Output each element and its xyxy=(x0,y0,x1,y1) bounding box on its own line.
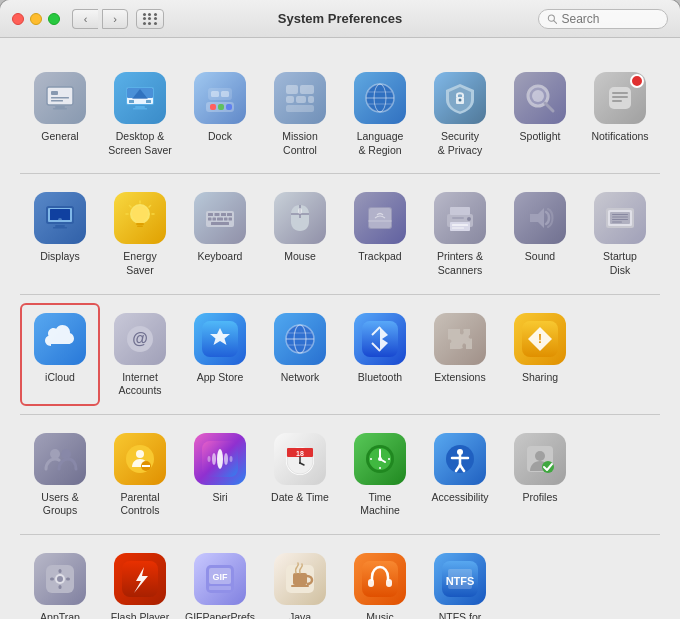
flash-icon xyxy=(114,553,166,605)
pref-flash[interactable]: Flash Player xyxy=(100,543,180,619)
pref-datetime[interactable]: 18 Date & Time xyxy=(260,423,340,526)
section-personal: General xyxy=(20,54,660,174)
pref-desktop[interactable]: Desktop &Screen Saver xyxy=(100,62,180,165)
siri-label: Siri xyxy=(212,491,227,505)
pref-sound[interactable]: Sound xyxy=(500,182,580,285)
energy-svg xyxy=(122,200,158,236)
ntfs-label: NTFS forMac OS X xyxy=(436,611,484,619)
grid-view-button[interactable] xyxy=(136,9,164,29)
pref-mouse[interactable]: Mouse xyxy=(260,182,340,285)
pref-accessibility[interactable]: Accessibility xyxy=(420,423,500,526)
svg-rect-155 xyxy=(209,586,231,590)
svg-line-56 xyxy=(149,206,151,208)
nav-buttons: ‹ › xyxy=(72,9,128,29)
pref-gifpaper[interactable]: GIF GIFPaperPrefs xyxy=(180,543,260,619)
pref-sharing[interactable]: ! Sharing xyxy=(500,303,580,406)
java-svg xyxy=(282,561,318,597)
gifpaper-label: GIFPaperPrefs xyxy=(185,611,255,619)
svg-rect-12 xyxy=(135,106,145,108)
pref-spotlight[interactable]: Spotlight xyxy=(500,62,580,165)
pref-dock[interactable]: Dock xyxy=(180,62,260,165)
svg-rect-67 xyxy=(217,218,223,221)
svg-rect-28 xyxy=(286,105,314,112)
pref-printers[interactable]: Printers &Scanners xyxy=(420,182,500,285)
pref-internet-accounts[interactable]: @ InternetAccounts xyxy=(100,303,180,406)
back-button[interactable]: ‹ xyxy=(72,9,98,29)
pref-notifications[interactable]: Notifications xyxy=(580,62,660,165)
svg-point-36 xyxy=(459,99,462,102)
pref-appstore[interactable]: App Store xyxy=(180,303,260,406)
close-button[interactable] xyxy=(12,13,24,25)
timemachine-icon-wrap xyxy=(352,431,408,487)
search-box[interactable] xyxy=(538,9,668,29)
svg-rect-49 xyxy=(53,227,67,229)
appstore-icon xyxy=(194,313,246,365)
pref-apptrap[interactable]: AppTrap xyxy=(20,543,100,619)
profiles-icon-wrap xyxy=(512,431,568,487)
appstore-label: App Store xyxy=(197,371,244,385)
maximize-button[interactable] xyxy=(48,13,60,25)
pref-security[interactable]: Security& Privacy xyxy=(420,62,500,165)
pref-energy[interactable]: EnergySaver xyxy=(100,182,180,285)
pref-keyboard[interactable]: Keyboard xyxy=(180,182,260,285)
parental-icon-wrap xyxy=(112,431,168,487)
svg-rect-79 xyxy=(450,222,470,231)
svg-point-116 xyxy=(224,453,228,465)
svg-text:!: ! xyxy=(538,332,542,346)
pref-mission[interactable]: MissionControl xyxy=(260,62,340,165)
svg-rect-62 xyxy=(215,213,220,216)
sound-label: Sound xyxy=(525,250,555,264)
security-icon xyxy=(434,72,486,124)
notifications-label: Notifications xyxy=(591,130,648,144)
language-label: Language& Region xyxy=(357,130,404,157)
profiles-label: Profiles xyxy=(522,491,557,505)
siri-icon-wrap xyxy=(192,431,248,487)
pref-music[interactable]: MusicManager xyxy=(340,543,420,619)
pref-startup[interactable]: StartupDisk xyxy=(580,182,660,285)
svg-rect-3 xyxy=(51,91,58,95)
spotlight-label: Spotlight xyxy=(520,130,561,144)
pref-extensions[interactable]: Extensions xyxy=(420,303,500,406)
pref-bluetooth[interactable]: Bluetooth xyxy=(340,303,420,406)
pref-profiles[interactable]: Profiles xyxy=(500,423,580,526)
pref-displays[interactable]: Displays xyxy=(20,182,100,285)
mouse-icon-wrap xyxy=(272,190,328,246)
forward-button[interactable]: › xyxy=(102,9,128,29)
svg-rect-148 xyxy=(59,585,62,589)
printers-svg xyxy=(442,200,478,236)
spotlight-icon-wrap xyxy=(512,70,568,126)
energy-icon-wrap xyxy=(112,190,168,246)
pref-parental[interactable]: ParentalControls xyxy=(100,423,180,526)
displays-icon xyxy=(34,192,86,244)
music-icon xyxy=(354,553,406,605)
pref-language[interactable]: Language& Region xyxy=(340,62,420,165)
pref-trackpad[interactable]: Trackpad xyxy=(340,182,420,285)
users-label: Users &Groups xyxy=(41,491,78,518)
startup-icon xyxy=(594,192,646,244)
svg-rect-157 xyxy=(293,573,307,585)
search-input[interactable] xyxy=(561,12,659,26)
gifpaper-svg: GIF xyxy=(202,561,238,597)
pref-icloud[interactable]: iCloud xyxy=(20,303,100,406)
language-icon xyxy=(354,72,406,124)
pref-java[interactable]: Java xyxy=(260,543,340,619)
network-icon xyxy=(274,313,326,365)
general-icon-wrap xyxy=(32,70,88,126)
sharing-icon-wrap: ! xyxy=(512,311,568,367)
security-svg xyxy=(442,80,478,116)
general-svg xyxy=(43,81,77,115)
svg-rect-14 xyxy=(129,100,134,103)
pref-timemachine[interactable]: TimeMachine xyxy=(340,423,420,526)
flash-svg xyxy=(122,561,158,597)
accessibility-label: Accessibility xyxy=(431,491,488,505)
minimize-button[interactable] xyxy=(30,13,42,25)
pref-siri[interactable]: Siri xyxy=(180,423,260,526)
pref-network[interactable]: Network xyxy=(260,303,340,406)
siri-icon xyxy=(194,433,246,485)
system-preferences-window: ‹ › System Preferences xyxy=(0,0,680,619)
pref-users[interactable]: Users &Groups xyxy=(20,423,100,526)
appstore-icon-wrap xyxy=(192,311,248,367)
parental-icon xyxy=(114,433,166,485)
pref-general[interactable]: General xyxy=(20,62,100,165)
pref-ntfs[interactable]: NTFS NTFS forMac OS X xyxy=(420,543,500,619)
